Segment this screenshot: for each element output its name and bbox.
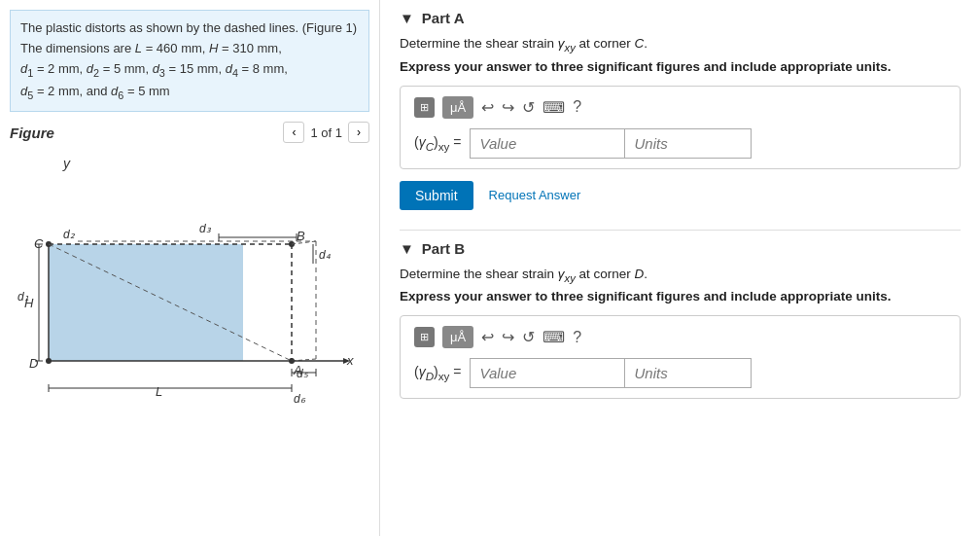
part-b-value-input[interactable]	[470, 358, 625, 388]
grid-button-b[interactable]: ⊞	[414, 327, 435, 347]
nav-next-button[interactable]: ›	[348, 122, 369, 143]
part-b-arrow: ▼	[400, 240, 414, 257]
undo-button-b[interactable]: ↩	[481, 328, 494, 346]
redo-button-b[interactable]: ↪	[502, 328, 514, 346]
part-b-toolbar: ⊞ μÅ ↩ ↪ ↺ ⌨ ?	[414, 326, 946, 348]
part-b-input-row: (γD)xy =	[414, 358, 946, 388]
part-a-header[interactable]: ▼ Part A	[400, 10, 961, 26]
svg-text:L: L	[156, 384, 162, 399]
diagram-svg: y B	[10, 147, 360, 419]
keyboard-button-b[interactable]: ⌨	[542, 328, 565, 346]
svg-text:B: B	[297, 229, 305, 243]
svg-text:d₃: d₃	[199, 222, 212, 235]
svg-text:d₄: d₄	[319, 248, 331, 262]
part-a-toolbar: ⊞ μÅ ↩ ↪ ↺ ⌨ ?	[414, 96, 946, 119]
part-b-units-input[interactable]	[625, 358, 752, 388]
part-a-submit-button[interactable]: Submit	[400, 181, 473, 210]
part-a-action-row: Submit Request Answer	[400, 181, 961, 210]
part-a-answer-box: ⊞ μÅ ↩ ↪ ↺ ⌨ ? (γC)xy =	[400, 86, 961, 169]
figure-label-bar: Figure ‹ 1 of 1 ›	[10, 122, 369, 143]
part-b-description: Determine the shear strain γxy at corner…	[400, 267, 961, 284]
svg-text:d₂: d₂	[63, 228, 76, 241]
mu-button-b[interactable]: μÅ	[442, 326, 473, 348]
svg-text:y: y	[62, 156, 71, 171]
svg-point-12	[46, 358, 52, 364]
svg-text:d₆: d₆	[294, 392, 306, 406]
part-b-header[interactable]: ▼ Part B	[400, 240, 961, 257]
part-a-section: ▼ Part A Determine the shear strain γxy …	[400, 10, 961, 210]
left-panel: The plastic distorts as shown by the das…	[0, 0, 379, 536]
part-b-section: ▼ Part B Determine the shear strain γxy …	[400, 240, 961, 400]
help-button-b[interactable]: ?	[573, 329, 581, 346]
part-a-description: Determine the shear strain γxy at corner…	[400, 36, 961, 54]
svg-text:d₅: d₅	[297, 367, 309, 380]
help-button-a[interactable]: ?	[573, 98, 581, 116]
part-a-value-input[interactable]	[470, 128, 625, 159]
svg-marker-1	[49, 244, 243, 361]
redo-button-a[interactable]: ↪	[502, 98, 514, 117]
part-a-request-link[interactable]: Request Answer	[489, 188, 581, 202]
part-a-instruction: Express your answer to three significant…	[400, 59, 961, 74]
nav-of-text: 1 of 1	[310, 125, 342, 140]
diagram-container: y B	[10, 147, 360, 419]
part-a-input-row: (γC)xy =	[414, 128, 946, 159]
part-b-input-label: (γD)xy =	[414, 364, 462, 382]
part-a-arrow: ▼	[400, 10, 414, 26]
part-a-input-label: (γC)xy =	[414, 134, 462, 153]
refresh-button-a[interactable]: ↺	[522, 98, 535, 117]
part-b-instruction: Express your answer to three significant…	[400, 289, 961, 304]
svg-text:H: H	[24, 296, 34, 310]
refresh-button-b[interactable]: ↺	[522, 328, 535, 346]
keyboard-button-a[interactable]: ⌨	[542, 98, 565, 117]
part-b-answer-box: ⊞ μÅ ↩ ↪ ↺ ⌨ ? (γD)xy =	[400, 315, 961, 399]
nav-prev-button[interactable]: ‹	[283, 122, 304, 143]
figure-label: Figure	[10, 125, 54, 141]
svg-text:D: D	[29, 356, 38, 371]
grid-button-a[interactable]: ⊞	[414, 97, 435, 118]
part-a-label: Part A	[422, 10, 465, 26]
nav-controls: ‹ 1 of 1 ›	[283, 122, 369, 143]
mu-button-a[interactable]: μÅ	[442, 96, 473, 119]
part-a-units-input[interactable]	[625, 128, 752, 159]
part-b-label: Part B	[422, 240, 465, 257]
part-divider	[400, 230, 961, 231]
undo-button-a[interactable]: ↩	[481, 98, 494, 117]
problem-text: The plastic distorts as shown by the das…	[10, 10, 369, 112]
right-panel: ▼ Part A Determine the shear strain γxy …	[379, 0, 980, 536]
